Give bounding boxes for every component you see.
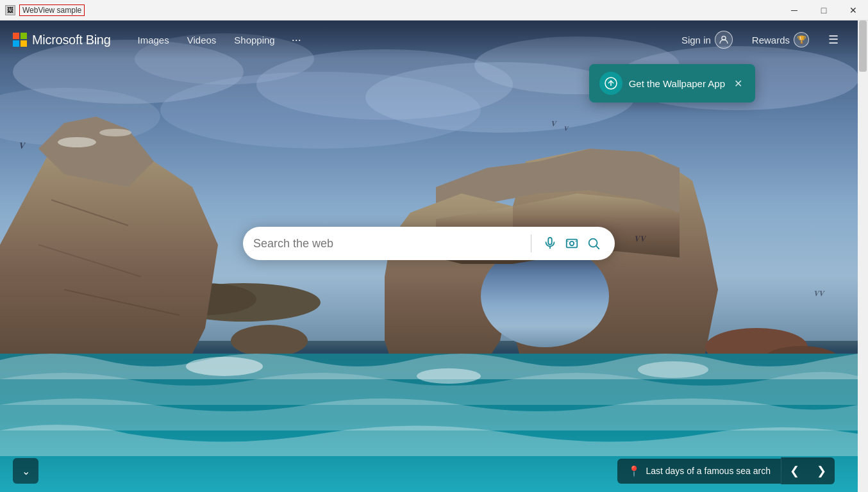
nav-videos[interactable]: Videos <box>179 31 224 49</box>
nav-images[interactable]: Images <box>130 31 177 49</box>
svg-point-35 <box>638 361 708 378</box>
svg-line-43 <box>596 246 599 249</box>
sign-in-button[interactable]: Sign in <box>675 27 739 53</box>
svg-rect-40 <box>567 240 578 248</box>
svg-point-16 <box>58 137 96 147</box>
prev-image-button[interactable]: ❮ <box>781 457 808 484</box>
rewards-icon: 🏆 <box>794 32 809 47</box>
title-bar-left: 🖼 WebView sample <box>0 4 90 16</box>
sq-red <box>13 33 19 39</box>
app-icon: 🖼 <box>5 5 15 15</box>
nav-links: Images Videos Shopping ··· <box>130 29 308 51</box>
svg-point-33 <box>186 357 263 376</box>
maximize-button[interactable]: □ <box>809 0 839 20</box>
search-button[interactable] <box>583 235 605 252</box>
svg-text:𝑽: 𝑽 <box>551 119 557 128</box>
caption-area: 📍 Last days of a famous sea arch ❮ ❯ <box>617 457 835 484</box>
svg-point-29 <box>231 325 308 357</box>
minimize-button[interactable]: ─ <box>780 0 809 20</box>
window-title: WebView sample <box>19 4 85 16</box>
wallpaper-close-button[interactable]: ✕ <box>731 76 745 91</box>
search-input[interactable] <box>253 237 523 250</box>
sq-green <box>21 33 27 39</box>
scrollbar-thumb[interactable] <box>859 20 867 72</box>
nav-more-button[interactable]: ··· <box>285 29 308 51</box>
rewards-button[interactable]: Rewards 🏆 <box>746 28 815 51</box>
svg-point-34 <box>417 368 481 384</box>
search-container <box>243 227 615 260</box>
search-bar <box>243 227 615 260</box>
navbar: Microsoft Bing Images Videos Shopping ··… <box>0 20 858 59</box>
svg-text:𝑽𝑽: 𝑽𝑽 <box>814 289 825 298</box>
sign-in-label: Sign in <box>681 35 711 45</box>
hamburger-menu-button[interactable]: ☰ <box>822 29 845 51</box>
wallpaper-popup: Get the Wallpaper App ✕ <box>589 64 755 102</box>
nav-right: Sign in Rewards 🏆 ☰ <box>675 27 845 53</box>
rewards-label: Rewards <box>752 35 790 45</box>
voice-search-button[interactable] <box>539 235 561 252</box>
logo[interactable]: Microsoft Bing <box>13 33 111 47</box>
svg-rect-38 <box>548 238 552 245</box>
wallpaper-app-icon <box>599 72 622 95</box>
next-image-button[interactable]: ❯ <box>808 457 835 484</box>
sq-yellow <box>21 40 27 47</box>
window-controls: ─ □ ✕ <box>780 0 868 20</box>
wallpaper-popup-title: Get the Wallpaper App <box>629 78 725 89</box>
logo-text: Microsoft Bing <box>32 33 111 47</box>
sq-blue <box>13 40 19 47</box>
scrollbar[interactable] <box>858 20 868 492</box>
close-button[interactable]: ✕ <box>839 0 868 20</box>
svg-text:𝑽: 𝑽 <box>564 125 569 132</box>
svg-point-17 <box>99 129 131 136</box>
bottom-bar: ⌄ 📍 Last days of a famous sea arch ❮ ❯ <box>0 450 847 492</box>
bing-logo-squares <box>13 33 27 47</box>
svg-text:𝑽𝑽: 𝑽𝑽 <box>635 234 647 243</box>
scroll-down-button[interactable]: ⌄ <box>13 458 38 484</box>
caption-pill: 📍 Last days of a famous sea arch <box>617 459 781 484</box>
search-divider <box>531 234 531 252</box>
background: 𝑽 𝑽 𝑽 𝑽𝑽 𝑽𝑽 Microsoft Bing <box>0 20 858 492</box>
svg-point-41 <box>570 242 574 245</box>
visual-search-button[interactable] <box>561 235 583 252</box>
avatar-icon <box>715 31 733 49</box>
location-icon: 📍 <box>628 465 640 477</box>
caption-text: Last days of a famous sea arch <box>646 466 771 476</box>
nav-shopping[interactable]: Shopping <box>226 31 282 49</box>
title-bar: 🖼 WebView sample ─ □ ✕ <box>0 0 868 20</box>
